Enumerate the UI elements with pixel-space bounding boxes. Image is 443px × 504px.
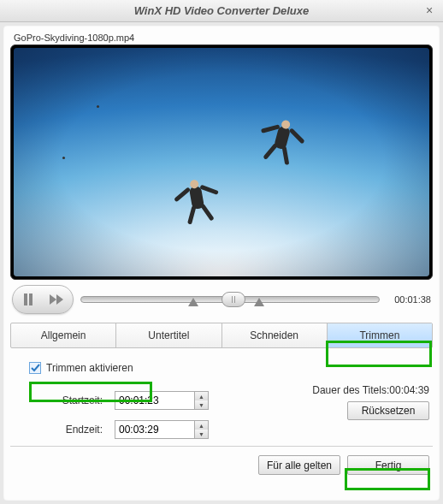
tab-trim[interactable]: Trimmen [328, 323, 432, 347]
end-time-value: 00:03:29 [119, 424, 159, 436]
end-spin-down[interactable]: ▼ [195, 430, 208, 438]
fast-forward-button[interactable] [44, 294, 70, 305]
enable-trim-checkbox[interactable] [29, 362, 41, 374]
playback-controls [12, 285, 74, 314]
start-time-value: 00:01:23 [119, 394, 159, 406]
close-icon[interactable]: × [422, 3, 436, 17]
enable-trim-label: Trimmen aktivieren [46, 362, 133, 374]
window-title: WinX HD Video Converter Deluxe [134, 4, 310, 17]
reset-button[interactable]: Rücksetzen [347, 401, 429, 420]
svg-rect-1 [29, 294, 32, 305]
titlebar: WinX HD Video Converter Deluxe × [0, 0, 443, 22]
start-time-input[interactable]: 00:01:23 ▲ ▼ [115, 391, 209, 410]
trim-end-marker[interactable] [254, 298, 264, 306]
done-button[interactable]: Fertig [347, 455, 429, 475]
end-time-input[interactable]: 00:03:29 ▲ ▼ [115, 420, 209, 439]
end-time-label: Endzeit: [27, 424, 103, 436]
seek-thumb[interactable] [222, 292, 245, 307]
start-spin-up[interactable]: ▲ [195, 392, 208, 400]
tab-bar: Allgemein Untertitel Schneiden Trimmen [10, 323, 433, 348]
filename-label: GoPro-Skydiving-1080p.mp4 [10, 31, 433, 44]
duration-value: 00:04:39 [389, 384, 429, 396]
tab-general[interactable]: Allgemein [11, 323, 116, 347]
seek-bar[interactable] [80, 288, 380, 311]
start-time-label: Startzeit: [27, 394, 103, 406]
current-time: 00:01:38 [387, 294, 431, 305]
svg-rect-0 [24, 294, 27, 305]
start-spin-down[interactable]: ▼ [195, 400, 208, 409]
apply-all-button[interactable]: Für alle gelten [258, 455, 340, 475]
video-preview[interactable] [10, 44, 433, 280]
enable-trim-row[interactable]: Trimmen aktivieren [27, 360, 424, 376]
duration-label: Dauer des Titels: [312, 384, 389, 396]
trim-start-marker[interactable] [188, 298, 198, 306]
pause-button[interactable] [15, 294, 41, 305]
tab-crop[interactable]: Schneiden [222, 323, 328, 347]
end-spin-up[interactable]: ▲ [195, 421, 208, 430]
tab-subtitle[interactable]: Untertitel [116, 323, 222, 347]
